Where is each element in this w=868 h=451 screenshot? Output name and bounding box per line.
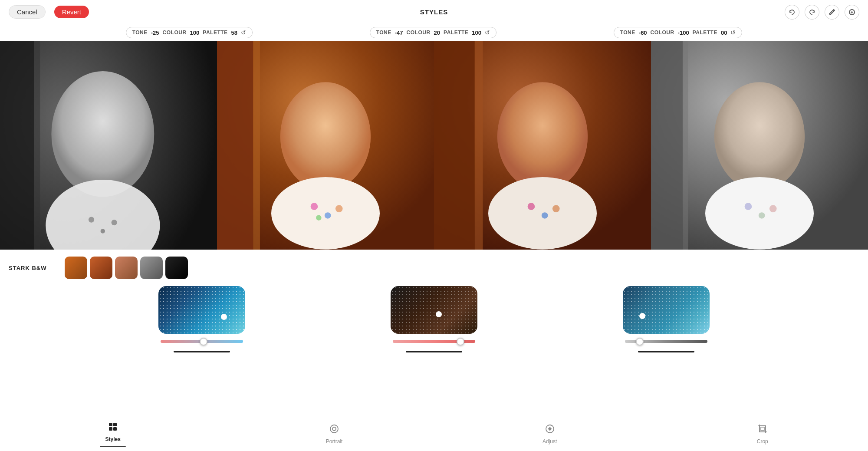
svg-rect-12 bbox=[217, 41, 253, 250]
tone-bar-1: TONE -25 COLOUR 100 PALETTE 58 ↺ bbox=[126, 27, 253, 38]
svg-rect-13 bbox=[253, 41, 260, 250]
cancel-button[interactable]: Cancel bbox=[9, 5, 46, 19]
crop-icon bbox=[757, 424, 768, 437]
style-thumb-5[interactable] bbox=[165, 257, 188, 279]
scroll-indicator-2 bbox=[406, 351, 462, 352]
style-thumb-2[interactable] bbox=[90, 257, 112, 279]
style-thumb-1[interactable] bbox=[65, 257, 87, 279]
svg-point-27 bbox=[552, 205, 560, 213]
tone-label-2: TONE bbox=[376, 30, 391, 36]
bottom-nav: Styles Portrait Adjust bbox=[0, 415, 868, 451]
photo-panel-1[interactable] bbox=[0, 41, 217, 250]
add-button[interactable] bbox=[845, 5, 859, 20]
portrait-nav-label: Portrait bbox=[326, 438, 343, 444]
colour-value-2: 20 bbox=[434, 30, 440, 36]
svg-point-9 bbox=[101, 229, 105, 234]
svg-point-41 bbox=[332, 427, 336, 431]
style-thumb-4[interactable] bbox=[140, 257, 163, 279]
refresh-icon-2[interactable]: ↺ bbox=[485, 29, 490, 36]
slider-track-1 bbox=[161, 340, 243, 343]
photo-panel-3[interactable] bbox=[434, 41, 651, 250]
page-title: STYLES bbox=[420, 8, 448, 16]
svg-point-15 bbox=[271, 177, 380, 250]
adjust-nav-label: Adjust bbox=[542, 438, 557, 444]
nav-item-crop[interactable]: Crop bbox=[748, 421, 777, 447]
nav-item-adjust[interactable]: Adjust bbox=[534, 421, 566, 447]
svg-point-23 bbox=[497, 82, 588, 191]
slider-thumb-1[interactable] bbox=[200, 338, 207, 346]
tone-bar-3: TONE -60 COLOUR -100 PALETTE 00 ↺ bbox=[614, 27, 743, 38]
style-name: STARK B&W bbox=[9, 265, 46, 271]
tone-label-1: TONE bbox=[132, 30, 148, 36]
svg-point-19 bbox=[316, 215, 322, 221]
svg-point-14 bbox=[280, 82, 371, 191]
tone-bar-2: TONE -47 COLOUR 20 PALETTE 100 ↺ bbox=[370, 27, 496, 38]
svg-point-26 bbox=[542, 212, 548, 219]
revert-button[interactable]: Revert bbox=[54, 6, 89, 18]
nav-item-styles[interactable]: Styles bbox=[91, 419, 135, 449]
palette-row bbox=[0, 279, 868, 415]
nav-underline-styles bbox=[100, 446, 126, 447]
photo-panel-4[interactable] bbox=[651, 41, 868, 250]
svg-rect-36 bbox=[109, 423, 112, 426]
tone-value-3: -60 bbox=[639, 30, 647, 36]
svg-point-17 bbox=[325, 212, 331, 219]
bottom-panel: STARK B&W bbox=[0, 250, 868, 451]
top-bar-icons bbox=[785, 5, 859, 20]
redo-button[interactable] bbox=[805, 5, 819, 20]
palette-box-2[interactable] bbox=[391, 286, 477, 334]
palette-panel-2 bbox=[386, 286, 482, 355]
scroll-indicator-3 bbox=[638, 351, 694, 352]
palette-box-1[interactable] bbox=[158, 286, 245, 334]
palette-panel-1 bbox=[154, 286, 250, 355]
svg-point-31 bbox=[714, 82, 805, 191]
svg-point-45 bbox=[549, 428, 551, 430]
tone-value-2: -47 bbox=[395, 30, 403, 36]
crop-nav-label: Crop bbox=[757, 438, 768, 444]
slider-thumb-2[interactable] bbox=[457, 338, 464, 346]
svg-rect-37 bbox=[113, 423, 117, 426]
refresh-icon-3[interactable]: ↺ bbox=[730, 29, 736, 36]
palette-value-1: 58 bbox=[231, 30, 237, 36]
svg-point-10 bbox=[112, 220, 117, 225]
palette-label-3: PALETTE bbox=[693, 30, 717, 36]
slider-thumb-3[interactable] bbox=[636, 338, 644, 346]
photo-panel-2[interactable] bbox=[217, 41, 434, 250]
style-thumb-3[interactable] bbox=[115, 257, 138, 279]
photo-strip bbox=[0, 41, 868, 250]
palette-dot-1 bbox=[221, 314, 227, 320]
svg-point-40 bbox=[330, 425, 338, 433]
palette-value-2: 100 bbox=[472, 30, 481, 36]
styles-icon bbox=[108, 421, 118, 435]
portrait-icon bbox=[329, 424, 339, 437]
svg-point-33 bbox=[745, 203, 752, 210]
svg-point-24 bbox=[488, 177, 597, 250]
slider-track-3 bbox=[625, 340, 707, 343]
refresh-icon-1[interactable]: ↺ bbox=[241, 29, 246, 36]
svg-rect-38 bbox=[109, 427, 112, 431]
svg-point-16 bbox=[311, 203, 318, 210]
svg-rect-22 bbox=[475, 41, 483, 250]
svg-point-25 bbox=[528, 203, 535, 210]
style-row: STARK B&W bbox=[0, 250, 868, 279]
svg-rect-39 bbox=[113, 427, 117, 431]
palette-box-3[interactable] bbox=[623, 286, 710, 334]
colour-label-1: COLOUR bbox=[163, 30, 187, 36]
svg-point-32 bbox=[705, 177, 814, 250]
edit-button[interactable] bbox=[825, 5, 839, 20]
svg-point-35 bbox=[769, 205, 777, 213]
tone-value-1: -25 bbox=[151, 30, 159, 36]
svg-rect-30 bbox=[683, 41, 688, 250]
svg-point-8 bbox=[89, 217, 94, 222]
tone-bars-row: TONE -25 COLOUR 100 PALETTE 58 ↺ TONE -4… bbox=[0, 24, 868, 41]
palette-label-1: PALETTE bbox=[203, 30, 227, 36]
styles-nav-label: Styles bbox=[105, 436, 121, 442]
scroll-indicator-1 bbox=[174, 351, 230, 352]
slider-track-2 bbox=[393, 340, 475, 343]
undo-button[interactable] bbox=[785, 5, 799, 20]
svg-point-34 bbox=[759, 212, 765, 219]
adjust-icon bbox=[545, 424, 555, 437]
svg-point-18 bbox=[335, 205, 343, 213]
svg-rect-21 bbox=[434, 41, 475, 250]
nav-item-portrait[interactable]: Portrait bbox=[317, 421, 352, 447]
